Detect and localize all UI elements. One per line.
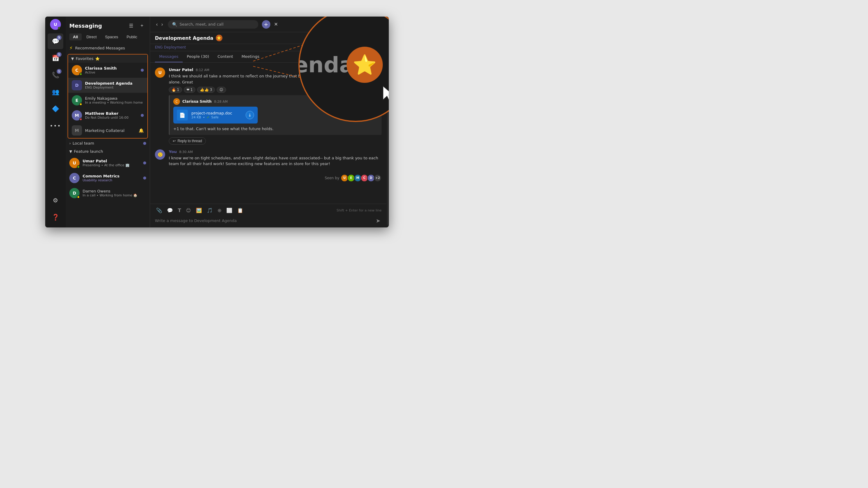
reaction-heart[interactable]: ❤️ 1	[184, 87, 195, 93]
reaction-thumbs[interactable]: 👍👍 3	[197, 87, 215, 93]
file-info: project-roadmap.doc 24 KB • ✓ Safe	[191, 111, 242, 119]
reaction-smile[interactable]: 😊	[217, 87, 226, 93]
matthew-unread-badge	[141, 114, 144, 117]
chat-item-clarissa[interactable]: C Clarissa Smith Active	[68, 63, 147, 78]
zoom-content: enda ⭐	[300, 17, 389, 121]
user-avatar[interactable]: U	[50, 19, 61, 30]
common-avatar: C	[69, 173, 80, 183]
lightning-icon: ⚡	[69, 45, 73, 51]
chat-item-emily[interactable]: E Emily Nakagawa In a meeting • Working …	[68, 93, 147, 108]
nav-item-help[interactable]: ❓	[48, 209, 63, 225]
local-team-chevron-icon: ›	[69, 141, 71, 145]
local-team-label: Local team	[73, 141, 94, 145]
favorites-section: ▼ Favorites ⭐ C Clarissa Smith Active	[67, 54, 148, 138]
seen-label: Seen by	[324, 176, 339, 180]
tab-people[interactable]: People (30)	[183, 51, 213, 62]
close-button[interactable]: ✕	[274, 22, 278, 27]
tab-meetings[interactable]: Meetings	[237, 51, 264, 62]
search-bar[interactable]: 🔍 Search, meet, and call	[168, 20, 258, 29]
more-options-icon[interactable]: 📋	[236, 206, 244, 215]
safe-badge: ✓	[207, 116, 210, 119]
sidebar-filter-button[interactable]: ☰	[127, 22, 135, 30]
input-hint: Shift + Enter for a new line	[337, 207, 381, 214]
common-avatar-img: C	[69, 173, 80, 183]
reaction-fire[interactable]: 🔥 1	[169, 87, 182, 93]
msg-avatar-umar: U	[155, 67, 165, 78]
clarissa-status-dot	[79, 73, 82, 76]
recommended-row[interactable]: ⚡ Recommended Messages	[66, 43, 150, 53]
feature-launch-chevron-icon: ▼	[69, 150, 72, 154]
chat-item-common[interactable]: C Common Metrics Usability research	[66, 170, 150, 186]
seen-avatars: U E M C D +2	[342, 174, 381, 182]
marketing-info: Marketing Collateral	[85, 128, 135, 133]
nav-item-more[interactable]: •••	[48, 118, 63, 133]
emily-avatar: E	[72, 95, 82, 105]
chat-item-dev-agenda[interactable]: D Development Agenda ENG Deployment	[68, 78, 147, 93]
sidebar-new-button[interactable]: +	[138, 22, 146, 30]
filter-tab-spaces[interactable]: Spaces	[101, 33, 122, 40]
clarissa-unread-badge	[141, 69, 144, 72]
sticker-icon[interactable]: 🎵	[206, 206, 214, 215]
chat-item-matthew[interactable]: M Matthew Baker Do Not Disturb until 16:…	[68, 108, 147, 123]
mute-icon: 🔔	[138, 128, 144, 133]
msg-sender-umar: Umar Patel	[169, 67, 193, 72]
umar-info: Umar Patel Presenting • At the office 🏢	[83, 159, 140, 167]
loop-icon[interactable]: ⊕	[216, 206, 223, 215]
filter-tab-public[interactable]: Public	[123, 33, 141, 40]
emoji-icon[interactable]: 😊	[185, 206, 192, 215]
tab-messages[interactable]: Messages	[155, 51, 183, 62]
send-button[interactable]: ➤	[375, 216, 381, 225]
nav-item-people[interactable]: 👥	[48, 84, 63, 100]
nav-item-settings[interactable]: ⚙️	[48, 193, 63, 208]
people-icon: 👥	[52, 88, 59, 96]
message-input[interactable]	[155, 218, 375, 223]
feature-launch-label: Feature launch	[74, 149, 103, 154]
image-icon[interactable]: 🖼️	[195, 206, 203, 215]
new-meeting-button[interactable]: +	[262, 20, 270, 29]
channel-sub: ENG Deployment	[155, 45, 186, 50]
chat-item-umar[interactable]: U Umar Patel Presenting • At the office …	[66, 156, 150, 170]
section-local-team[interactable]: › Local team	[66, 139, 150, 147]
zoom-cursor-icon	[381, 85, 389, 103]
nav-rail: U 💬 5 📅 1 📞 1 👥 🔷 ••• ⚙️	[45, 17, 66, 227]
umar-name: Umar Patel	[83, 159, 140, 163]
input-toolbar: 📎 💬 T 😊 🖼️ 🎵 ⊕ ⬜ 📋 Shift + Enter for a n…	[155, 206, 381, 215]
attach-icon[interactable]: 📎	[155, 206, 163, 215]
favorites-label: Favorites	[76, 56, 93, 61]
whiteboard-icon[interactable]: ⬜	[225, 206, 234, 215]
zoom-overlay: enda ⭐	[299, 17, 389, 122]
channel-star-badge[interactable]: ⭐	[216, 35, 222, 41]
file-name: project-roadmap.doc	[191, 111, 242, 116]
umar-sub: Presenting • At the office 🏢	[83, 163, 140, 167]
sidebar-actions: ☰ +	[127, 22, 146, 30]
section-feature-launch[interactable]: ▼ Feature launch	[66, 147, 150, 156]
msg-avatar-you: 🙂	[155, 150, 165, 160]
chat-item-darren[interactable]: D Darren Owens In a call • Working from …	[66, 186, 150, 201]
zoom-star-button[interactable]: ⭐	[347, 47, 383, 83]
chat-item-marketing[interactable]: M Marketing Collateral 🔔	[68, 123, 147, 138]
filter-tab-all[interactable]: All	[69, 33, 82, 40]
favorites-star-icon: ⭐	[95, 57, 100, 61]
matthew-name: Matthew Baker	[85, 111, 138, 116]
nav-item-calls[interactable]: 📞 1	[48, 67, 63, 83]
reply-to-thread-button[interactable]: ↩ Reply to thread	[169, 137, 206, 144]
matthew-info: Matthew Baker Do Not Disturb until 16:00	[85, 111, 138, 120]
dev-agenda-info: Development Agenda ENG Deployment	[85, 81, 144, 90]
nav-item-apps[interactable]: 🔷	[48, 101, 63, 117]
msg-time-umar: 8:12 AM	[195, 68, 209, 72]
filter-tab-direct[interactable]: Direct	[83, 33, 100, 40]
back-button[interactable]: ‹	[155, 21, 159, 28]
nav-item-activity[interactable]: 💬 5	[48, 33, 63, 49]
quoted-avatar: C	[173, 98, 180, 105]
nav-item-calendar[interactable]: 📅 1	[48, 50, 63, 66]
favorites-header[interactable]: ▼ Favorites ⭐	[68, 55, 147, 63]
gif-icon[interactable]: 💬	[166, 206, 174, 215]
seen-by-row: Seen by U E M C D +2	[155, 172, 381, 184]
forward-button[interactable]: ›	[160, 21, 164, 28]
emily-sub: In a meeting • Working from home	[85, 101, 144, 104]
common-name: Common Metrics	[83, 174, 140, 178]
format-icon[interactable]: T	[177, 206, 182, 215]
download-button[interactable]: ↓	[246, 111, 254, 119]
tab-content[interactable]: Content	[213, 51, 238, 62]
sidebar-list: ⚡ Recommended Messages ▼ Favorites ⭐ C	[66, 41, 150, 227]
